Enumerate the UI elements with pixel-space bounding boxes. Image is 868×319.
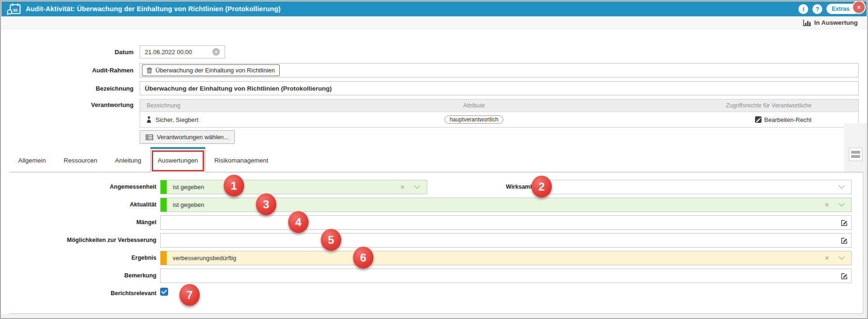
checkmark-icon <box>161 288 167 294</box>
wirksamkeit-select[interactable] <box>544 180 852 194</box>
toggle-bar-icon <box>851 155 860 158</box>
col-zugriffsrechte: Zugriffsrechte für Verantwortliche <box>550 102 858 109</box>
chart-status-icon <box>803 20 811 26</box>
wirksamkeit-label: Wirksamkeit <box>445 180 540 194</box>
info-button[interactable]: i <box>798 4 808 14</box>
bemerkung-label: Bemerkung <box>1 269 156 283</box>
aktualitaet-label: Aktualität <box>1 198 156 212</box>
annotation-balloon-4: 4 <box>288 211 309 233</box>
verbesserung-input[interactable] <box>160 233 852 248</box>
annotation-balloon-2: 2 <box>531 176 552 198</box>
layout-toggle-button[interactable] <box>849 148 862 161</box>
verantwortung-label: Verantwortung <box>1 99 134 128</box>
maengel-input[interactable] <box>160 215 852 230</box>
status-label: In Auswertung <box>814 19 858 26</box>
annotation-balloon-3: 3 <box>256 193 276 215</box>
tab-anleitung[interactable]: Anleitung <box>106 149 150 172</box>
clear-selection-icon[interactable]: × <box>825 201 829 209</box>
attribute-badge: hauptverantwortlich <box>445 115 503 124</box>
datum-row: Datum 21.06.2022 00:00 × <box>1 45 861 58</box>
angemessenheit-row: Angemessenheit ist gegeben × Wirksamkeit <box>1 180 867 194</box>
svg-text:30: 30 <box>13 7 18 12</box>
chevron-down-icon[interactable] <box>414 183 420 189</box>
chevron-down-icon[interactable] <box>839 183 845 189</box>
trash-icon[interactable] <box>147 67 152 73</box>
annotation-balloon-6: 6 <box>353 247 374 269</box>
edit-right-icon <box>755 116 762 123</box>
choose-responsibilities-label: Verantwortungen wählen... <box>157 134 229 141</box>
angemessenheit-select[interactable]: ist gegeben × <box>160 180 427 194</box>
verbesserung-label: Möglichkeiten zur Verbesserung <box>1 233 156 248</box>
window-titlebar: 30 Audit-Aktivität: Überwachung der Einh… <box>1 1 867 16</box>
col-attribute: Attribute <box>399 102 550 109</box>
audit-calendar-search-icon: 30 <box>7 3 21 15</box>
bezeichnung-label: Bezeichnung <box>1 85 134 92</box>
berichtsrelevant-checkbox[interactable] <box>160 288 168 296</box>
edit-pencil-icon[interactable] <box>840 219 848 227</box>
col-bezeichnung: Bezeichnung <box>140 102 399 109</box>
tab-auswertungen[interactable]: Auswertungen <box>150 147 205 172</box>
toggle-bar-icon <box>851 151 860 154</box>
tab-risikomanagement[interactable]: Risikomanagement <box>205 149 277 172</box>
table-row[interactable]: Sicher, Siegbert hauptverantwortlich Bea… <box>140 112 858 127</box>
bezeichnung-row: Bezeichnung Überwachung der Einhaltung v… <box>1 81 861 95</box>
clear-date-icon[interactable]: × <box>212 48 220 56</box>
annotation-balloon-7: 7 <box>179 284 200 306</box>
list-icon <box>146 135 153 140</box>
angemessenheit-value: ist gegeben <box>167 184 400 191</box>
verantwortung-row: Verantwortung Bezeichnung Attribute Zugr… <box>1 99 861 128</box>
edit-right-label: Bearbeiten-Recht <box>764 116 812 123</box>
maengel-label: Mängel <box>1 215 156 230</box>
audit-rahmen-field[interactable]: Überwachung der Einhaltung von Richtlini… <box>140 63 859 78</box>
datum-label: Datum <box>1 49 134 56</box>
status-bar: In Auswertung <box>1 16 867 29</box>
responsible-name: Sicher, Siegbert <box>155 116 198 123</box>
angemessenheit-label: Angemessenheit <box>1 180 156 194</box>
datum-value: 21.06.2022 00:00 <box>145 49 192 56</box>
choose-responsibilities-wrap: Verantwortungen wählen... <box>140 130 235 144</box>
tab-bar: Allgemein Ressourcen Anleitung Auswertun… <box>9 149 277 172</box>
annotation-balloon-1: 1 <box>224 175 244 197</box>
ergebnis-select[interactable]: verbesserungsbedürftig × <box>160 251 852 265</box>
clear-selection-icon[interactable]: × <box>400 183 405 191</box>
choose-responsibilities-button[interactable]: Verantwortungen wählen... <box>140 130 235 144</box>
extras-label: Extras <box>832 6 849 12</box>
datum-input[interactable]: 21.06.2022 00:00 × <box>140 45 225 58</box>
status-color-bar <box>161 251 167 265</box>
clear-selection-icon[interactable]: × <box>825 254 829 262</box>
audit-rahmen-row: Audit-Rahmen Überwachung der Einhaltung … <box>1 63 861 78</box>
annotation-balloon-5: 5 <box>321 229 341 251</box>
status-color-bar <box>161 198 167 212</box>
ergebnis-label: Ergebnis <box>1 251 156 265</box>
tab-auswertungen-label: Auswertungen <box>158 157 198 164</box>
bemerkung-input[interactable] <box>160 269 852 283</box>
person-icon <box>147 116 151 123</box>
tab-ressourcen[interactable]: Ressourcen <box>55 149 106 172</box>
chevron-down-icon[interactable] <box>839 254 845 260</box>
audit-activity-window: { "window": { "header": { "title": "Audi… <box>0 0 868 319</box>
window-title: Audit-Aktivität: Überwachung der Einhalt… <box>26 5 281 13</box>
close-button[interactable]: × <box>852 0 866 14</box>
audit-rahmen-label: Audit-Rahmen <box>1 67 134 74</box>
tab-allgemein[interactable]: Allgemein <box>9 149 55 172</box>
ergebnis-value: verbesserungsbedürftig <box>167 255 825 262</box>
bezeichnung-value: Überwachung der Einhaltung von Richtlini… <box>145 85 332 92</box>
help-button[interactable]: ? <box>812 4 822 14</box>
verantwortung-table: Bezeichnung Attribute Zugriffsrechte für… <box>140 99 859 128</box>
status-color-bar <box>161 180 167 194</box>
audit-rahmen-tag-label: Überwachung der Einhaltung von Richtlini… <box>155 67 275 74</box>
audit-rahmen-tag[interactable]: Überwachung der Einhaltung von Richtlini… <box>142 64 280 76</box>
bottom-strip <box>1 314 867 318</box>
chevron-down-icon[interactable] <box>839 200 845 206</box>
right-gutter-divider <box>866 123 866 318</box>
edit-pencil-icon[interactable] <box>840 272 848 280</box>
verantwortung-table-header: Bezeichnung Attribute Zugriffsrechte für… <box>140 99 858 112</box>
bezeichnung-input[interactable]: Überwachung der Einhaltung von Richtlini… <box>140 81 859 95</box>
edit-pencil-icon[interactable] <box>840 237 848 244</box>
berichtsrelevant-label: Berichtsrelevant <box>1 286 156 301</box>
